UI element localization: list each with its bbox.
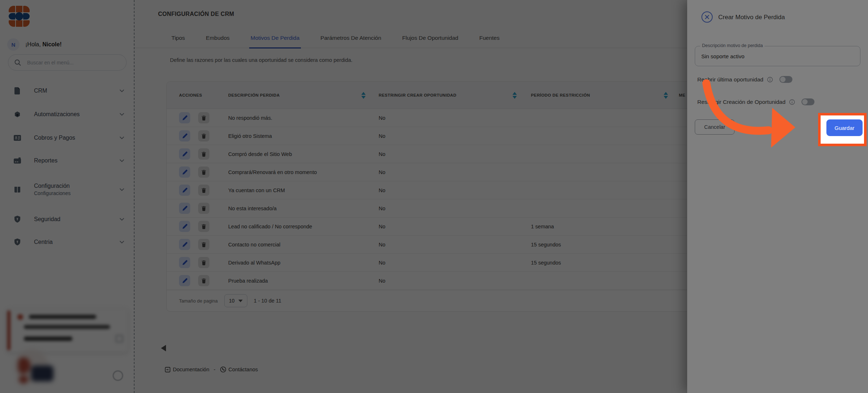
save-button[interactable]: Guardar [826,119,863,136]
guardar-highlight-box: Guardar [818,113,867,146]
tutorial-dim-overlay [0,0,868,393]
app-root: N ¡Hola, Nicole! CRM Automatizaciones Co… [0,0,868,393]
